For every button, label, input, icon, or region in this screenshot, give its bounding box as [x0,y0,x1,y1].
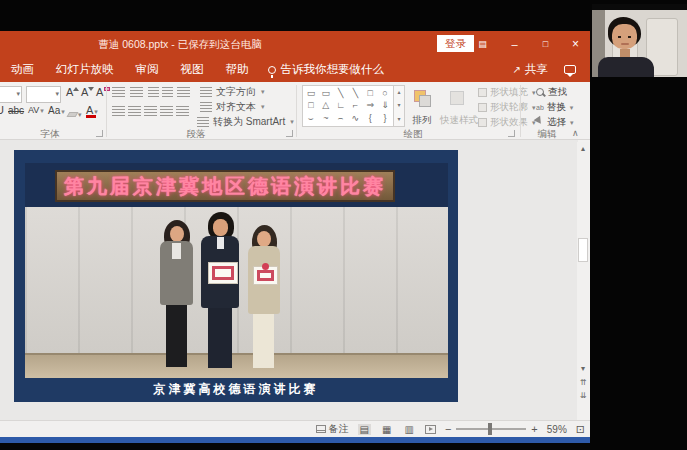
share-label: 共享 [525,62,548,77]
scroll-up-icon[interactable]: ▴ [577,144,589,153]
shape-glyph[interactable]: ∟ [335,100,347,110]
font-name-combo[interactable]: ▾ [0,86,22,103]
next-slide-icon[interactable]: ⇊ [577,391,589,400]
tab-view[interactable]: 视图 [170,62,215,77]
underline-button[interactable]: U [0,104,4,116]
gallery-scroll-down-icon[interactable]: ▾ [394,99,404,112]
font-size-combo[interactable]: ▾ [26,86,61,103]
indent-decrease-icon[interactable] [148,87,159,98]
zoom-level[interactable]: 59% [547,424,567,435]
shape-glyph[interactable]: □ [364,88,376,98]
shape-glyph[interactable]: ○ [379,88,391,98]
shape-glyph[interactable]: ⌢ [335,113,347,124]
ribbon-display-options-button[interactable]: ▤ [468,31,497,57]
slide-canvas[interactable]: 第九届京津冀地区德语演讲比赛 [0,140,578,420]
led-banner: 第九届京津冀地区德语演讲比赛 [55,170,395,202]
zoom-slider[interactable] [456,428,526,430]
convert-smartart-label: 转换为 SmartArt [213,115,285,129]
tab-review[interactable]: 审阅 [125,62,170,77]
text-direction-label: 文字方向 [216,85,256,99]
reading-view-button[interactable]: ▥ [402,424,415,435]
numbering-icon[interactable] [130,87,143,98]
arrange-button[interactable]: 排列 [404,84,440,128]
chevron-down-icon: ▾ [40,107,44,114]
clear-formatting-button[interactable]: A [96,86,110,98]
strikethrough-button[interactable]: abc [8,105,24,116]
scroll-down-icon[interactable]: ▾ [577,364,589,373]
fit-to-window-icon[interactable]: ⊡ [576,423,585,436]
replace-button[interactable]: ab 替换 ▾ [536,101,573,114]
slideshow-button[interactable] [425,425,436,434]
taskbar-accent-line [0,437,590,443]
character-spacing-button[interactable]: AV▾ [28,105,44,115]
justify-icon[interactable] [160,106,173,117]
shape-glyph[interactable]: ~ [320,113,332,124]
grow-font-button[interactable]: A [66,86,79,98]
zoom-slider-thumb[interactable] [488,423,492,435]
shape-glyph[interactable]: ⌐ [349,100,361,110]
shrink-font-button[interactable]: A [81,86,94,98]
comments-icon[interactable] [564,65,576,74]
font-dialog-launcher[interactable] [96,130,103,137]
convert-smartart-button[interactable]: 转换为 SmartArt ▾ [197,115,294,129]
find-button[interactable]: 查找 [536,86,567,99]
tab-help[interactable]: 帮助 [215,62,260,77]
previous-slide-icon[interactable]: ⇈ [577,378,589,387]
chevron-down-icon: ▾ [570,119,574,127]
shape-glyph[interactable]: ∿ [349,113,361,124]
paragraph-dialog-launcher[interactable] [286,130,293,137]
gallery-more-icon[interactable]: ▾ [394,113,404,126]
zoom-in-button[interactable]: + [531,423,537,435]
align-left-icon[interactable] [112,106,125,117]
align-text-button[interactable]: 对齐文本 ▾ [200,100,265,114]
indent-increase-icon[interactable] [162,87,173,98]
shape-glyph[interactable]: ▭ [305,88,317,98]
normal-view-button[interactable]: ▤ [358,424,371,435]
change-case-button[interactable]: Aa▾ [48,105,65,116]
award-photo[interactable]: 第九届京津冀地区德语演讲比赛 [25,163,448,378]
slide-sorter-view-button[interactable]: ▦ [380,424,393,435]
tab-animations[interactable]: 动画 [0,62,45,77]
shape-glyph[interactable]: ⇒ [364,100,376,110]
gallery-scroll-up-icon[interactable]: ▴ [394,86,404,99]
zoom-out-button[interactable]: − [445,423,451,435]
shape-glyph[interactable]: ╲ [349,88,361,98]
slide[interactable]: 第九届京津冀地区德语演讲比赛 [14,150,458,402]
scrollbar-thumb[interactable] [578,238,588,262]
maximize-button[interactable]: □ [531,31,560,57]
tell-me-box[interactable]: 告诉我你想要做什么 [268,62,385,77]
shape-glyph[interactable]: △ [320,100,332,110]
shape-glyph[interactable]: ⇓ [379,100,391,110]
quick-styles-button[interactable]: 快速样式 [438,84,480,128]
shape-outline-button[interactable]: 形状轮廓 ▾ [478,101,536,114]
shape-glyph[interactable]: } [379,113,391,124]
close-button[interactable]: × [561,31,590,57]
webcam-person-eye [628,36,631,38]
share-button[interactable]: ↗ 共享 [513,62,548,77]
notes-button[interactable]: 备注 [316,422,349,436]
webcam-video[interactable] [592,4,687,77]
columns-icon[interactable] [176,106,189,117]
tab-slideshow[interactable]: 幻灯片放映 [45,62,125,77]
align-right-icon[interactable] [144,106,157,117]
collapse-ribbon-icon[interactable]: ∧ [572,128,579,138]
shape-glyph[interactable]: ▭ [320,88,332,98]
vertical-scrollbar[interactable]: ▴ ▾ ⇈ ⇊ [577,142,589,420]
bullets-icon[interactable] [112,87,125,98]
shape-glyph[interactable]: ⌣ [305,113,317,124]
shape-glyph[interactable]: ╲ [335,88,347,98]
font-color-button[interactable]: A▾ [86,104,98,116]
text-direction-icon [200,87,212,97]
line-spacing-icon[interactable] [177,87,190,98]
change-case-icon: Aa [48,105,60,116]
shape-fill-button[interactable]: 形状填充 ▾ [478,86,536,99]
shape-glyph[interactable]: □ [305,100,317,110]
shape-glyph[interactable]: { [364,113,376,124]
photo-floor [25,353,448,378]
align-center-icon[interactable] [128,106,141,117]
align-text-label: 对齐文本 [216,100,256,114]
minimize-button[interactable]: – [500,31,529,57]
drawing-dialog-launcher[interactable] [508,130,515,137]
text-highlight-button[interactable]: ▾ [68,107,82,119]
text-direction-button[interactable]: 文字方向 ▾ [200,85,265,99]
